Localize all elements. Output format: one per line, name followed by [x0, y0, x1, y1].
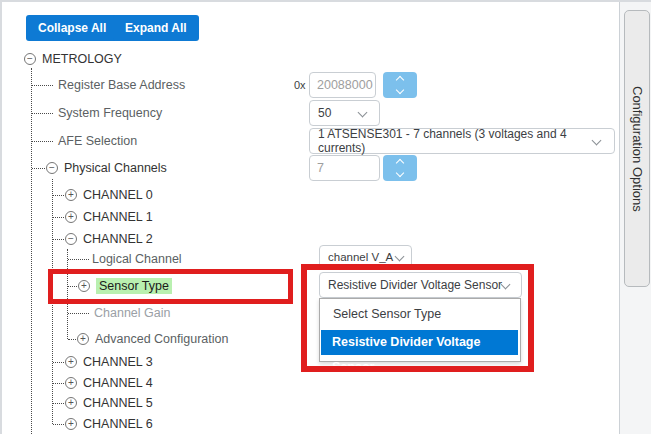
tree-label-channel-6: CHANNEL 6	[83, 417, 153, 431]
tree-stub	[32, 85, 53, 86]
tree-node-metrology[interactable]: − METROLOGY	[24, 48, 122, 70]
tree-node-physical-channels[interactable]: − Physical Channels	[46, 157, 167, 179]
expand-node-icon[interactable]: +	[65, 211, 77, 223]
tree-line-level3	[67, 249, 68, 339]
stepper-up-icon[interactable]	[396, 76, 404, 84]
tree-stub	[68, 339, 76, 340]
expand-all-button[interactable]: Expand All	[113, 15, 199, 41]
tree-stub	[32, 113, 53, 114]
expand-node-icon[interactable]: +	[77, 333, 89, 345]
expand-node-icon[interactable]: +	[65, 189, 77, 201]
tree-stub	[68, 313, 89, 314]
side-tab-strip: Configuration Options	[620, 2, 651, 434]
tree-node-logical-channel[interactable]: Logical Channel	[92, 248, 182, 270]
tree-stub	[68, 286, 77, 287]
tree-line-level2	[52, 179, 53, 424]
stepper-up-icon[interactable]	[396, 159, 404, 167]
expand-node-icon[interactable]: +	[65, 377, 77, 389]
tree-node-sensor-type[interactable]: + Sensor Type	[78, 275, 172, 297]
tree-label-channel-0: CHANNEL 0	[83, 188, 153, 202]
tree-stub	[53, 239, 64, 240]
tree-label-channel-4: CHANNEL 4	[83, 376, 153, 390]
tree-label-metrology: METROLOGY	[42, 52, 122, 66]
tree-stub	[32, 168, 45, 169]
tree-node-afe-selection[interactable]: AFE Selection	[58, 130, 137, 152]
configuration-panel: Collapse All Expand All − METROLOGY Regi…	[0, 0, 651, 434]
afe-selection-select[interactable]: 1 ATSENSE301 - 7 channels (3 voltages an…	[309, 128, 615, 154]
tree-node-channel-5[interactable]: + CHANNEL 5	[65, 392, 153, 414]
sensor-type-select[interactable]: Resistive Divider Voltage Sensor	[319, 272, 522, 298]
dropdown-option-resistive-divider-voltage-sensor[interactable]: Resistive Divider Voltage Sensor	[321, 330, 518, 355]
collapse-all-button[interactable]: Collapse All	[26, 15, 118, 41]
tree-stub	[53, 403, 64, 404]
tree-node-channel-3[interactable]: + CHANNEL 3	[65, 351, 153, 373]
tree-stub	[53, 383, 64, 384]
tree-stub	[53, 424, 64, 425]
physical-channels-stepper[interactable]	[383, 155, 417, 181]
tree-label-channel-2: CHANNEL 2	[83, 232, 153, 246]
register-base-address-stepper[interactable]	[383, 72, 417, 98]
chevron-down-icon	[395, 252, 405, 262]
tree-label-sensor-type-highlighted: Sensor Type	[96, 278, 172, 294]
register-base-address-input[interactable]	[309, 72, 376, 98]
tree-stub	[53, 217, 64, 218]
dropdown-option-select-sensor-type[interactable]: Select Sensor Type	[320, 299, 520, 329]
expand-node-icon[interactable]: +	[65, 418, 77, 430]
physical-channels-input[interactable]	[309, 155, 380, 181]
tree-stub	[53, 195, 64, 196]
collapse-node-icon[interactable]: −	[24, 53, 36, 65]
tree-node-channel-0[interactable]: + CHANNEL 0	[65, 184, 153, 206]
tree-node-register-base-address[interactable]: Register Base Address	[58, 74, 185, 96]
tree-label-system-frequency: System Frequency	[58, 106, 162, 120]
tree-line-level1	[31, 68, 32, 434]
tree-label-logical-channel: Logical Channel	[92, 252, 182, 266]
logical-channel-select[interactable]: channel V_A	[319, 245, 412, 268]
stepper-down-icon[interactable]	[396, 86, 404, 94]
stepper-down-icon[interactable]	[396, 169, 404, 177]
tree-node-system-frequency[interactable]: System Frequency	[58, 102, 162, 124]
sensor-type-dropdown-list: Select Sensor Type Resistive Divider Vol…	[319, 298, 521, 362]
tree-stub	[68, 259, 89, 260]
system-frequency-value: 50	[318, 106, 331, 120]
logical-channel-value: channel V_A	[328, 251, 393, 263]
tree-label-channel-3: CHANNEL 3	[83, 355, 153, 369]
expand-node-icon[interactable]: +	[65, 397, 77, 409]
sensor-type-value: Resistive Divider Voltage Sensor	[328, 278, 502, 292]
tree-label-channel-1: CHANNEL 1	[83, 210, 153, 224]
tree-node-channel-2[interactable]: − CHANNEL 2	[65, 228, 153, 250]
tab-configuration-options-label: Configuration Options	[630, 86, 645, 212]
afe-selection-value: 1 ATSENSE301 - 7 channels (3 voltages an…	[318, 127, 614, 155]
tree-label-advanced-configuration: Advanced Configuration	[95, 332, 228, 346]
system-frequency-select[interactable]: 50	[309, 100, 380, 126]
tree-node-channel-4[interactable]: + CHANNEL 4	[65, 372, 153, 394]
collapse-node-icon[interactable]: −	[65, 233, 77, 245]
tree-label-afe-selection: AFE Selection	[58, 134, 137, 148]
expand-node-icon[interactable]: +	[78, 280, 90, 292]
chevron-down-icon	[358, 108, 368, 118]
tree-node-channel-6[interactable]: + CHANNEL 6	[65, 413, 153, 434]
tree-stub	[53, 362, 64, 363]
tree-stub	[32, 141, 53, 142]
tree-label-channel-gain: Channel Gain	[94, 306, 170, 320]
tree-label-register-base-address: Register Base Address	[58, 78, 185, 92]
expand-node-icon[interactable]: +	[65, 356, 77, 368]
tree-node-advanced-configuration[interactable]: + Advanced Configuration	[77, 328, 228, 350]
tree-node-channel-1[interactable]: + CHANNEL 1	[65, 206, 153, 228]
hex-prefix-label: 0x	[294, 79, 306, 91]
collapse-node-icon[interactable]: −	[46, 162, 58, 174]
tree-node-channel-gain[interactable]: Channel Gain	[94, 302, 170, 324]
tree-label-physical-channels: Physical Channels	[64, 161, 167, 175]
tab-configuration-options[interactable]: Configuration Options	[624, 10, 650, 287]
tree-label-channel-5: CHANNEL 5	[83, 396, 153, 410]
